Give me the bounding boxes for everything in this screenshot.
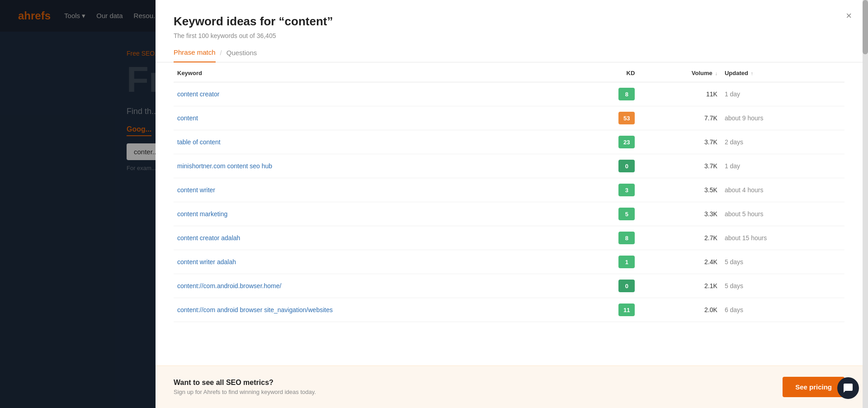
modal-header: Keyword ideas for “content” The first 10… — [156, 0, 863, 48]
table-row: content marketing53.3Kabout 5 hours — [174, 202, 844, 226]
cta-main-text: Want to see all SEO metrics? — [174, 379, 316, 387]
kd-cell: 11 — [580, 298, 639, 322]
kd-cell: 5 — [580, 202, 639, 226]
keyword-cell[interactable]: content creator — [174, 82, 580, 106]
volume-cell: 3.7K — [638, 130, 721, 154]
modal-title: Keyword ideas for “content” — [174, 14, 844, 28]
scrollbar-thumb[interactable] — [863, 0, 868, 54]
kd-cell: 3 — [580, 178, 639, 202]
volume-cell: 7.7K — [638, 106, 721, 130]
updated-sort-icon: ↑ — [751, 71, 754, 76]
kd-cell: 0 — [580, 274, 639, 298]
keyword-cell[interactable]: table of content — [174, 130, 580, 154]
tabs-container: Phrase match / Questions — [156, 48, 863, 62]
see-pricing-button[interactable]: See pricing — [783, 377, 844, 397]
table-header: Keyword KD Volume ↓ Updated ↑ — [174, 62, 844, 82]
tab-separator: / — [220, 49, 222, 62]
table-row: content writer adalah12.4K5 days — [174, 250, 844, 274]
cta-sub-text: Sign up for Ahrefs to find winning keywo… — [174, 389, 316, 395]
table-container[interactable]: Keyword KD Volume ↓ Updated ↑ content cr… — [156, 62, 863, 365]
keyword-cell[interactable]: content — [174, 106, 580, 130]
table-row: content537.7Kabout 9 hours — [174, 106, 844, 130]
volume-cell: 3.5K — [638, 178, 721, 202]
volume-sort-icon: ↓ — [715, 71, 717, 76]
keyword-cell[interactable]: content marketing — [174, 202, 580, 226]
close-button[interactable]: × — [846, 11, 852, 21]
table-row: content creator811K1 day — [174, 82, 844, 106]
keyword-cell[interactable]: content creator adalah — [174, 226, 580, 250]
updated-cell: about 15 hours — [721, 226, 844, 250]
updated-cell: about 4 hours — [721, 178, 844, 202]
col-kd[interactable]: KD — [580, 62, 639, 82]
keyword-cell[interactable]: minishortner.com content seo hub — [174, 154, 580, 178]
keyword-cell[interactable]: content writer adalah — [174, 250, 580, 274]
kd-cell: 1 — [580, 250, 639, 274]
table-row: content creator adalah82.7Kabout 15 hour… — [174, 226, 844, 250]
tab-questions[interactable]: Questions — [226, 49, 257, 62]
volume-cell: 3.3K — [638, 202, 721, 226]
keyword-cell[interactable]: content writer — [174, 178, 580, 202]
kd-cell: 8 — [580, 82, 639, 106]
col-updated[interactable]: Updated ↑ — [721, 62, 844, 82]
updated-cell: about 9 hours — [721, 106, 844, 130]
kd-cell: 53 — [580, 106, 639, 130]
kd-cell: 0 — [580, 154, 639, 178]
keyword-table: Keyword KD Volume ↓ Updated ↑ content cr… — [174, 62, 844, 322]
updated-cell: 2 days — [721, 130, 844, 154]
updated-cell: 5 days — [721, 250, 844, 274]
cta-footer: Want to see all SEO metrics? Sign up for… — [156, 365, 863, 408]
table-row: content writer33.5Kabout 4 hours — [174, 178, 844, 202]
volume-cell: 2.4K — [638, 250, 721, 274]
updated-cell: about 5 hours — [721, 202, 844, 226]
chat-icon — [843, 383, 854, 394]
updated-cell: 6 days — [721, 298, 844, 322]
chat-widget[interactable] — [837, 377, 859, 399]
keyword-ideas-modal: × Keyword ideas for “content” The first … — [156, 0, 863, 408]
kd-cell: 23 — [580, 130, 639, 154]
updated-cell: 5 days — [721, 274, 844, 298]
col-volume[interactable]: Volume ↓ — [638, 62, 721, 82]
table-row: table of content233.7K2 days — [174, 130, 844, 154]
table-row: minishortner.com content seo hub03.7K1 d… — [174, 154, 844, 178]
updated-cell: 1 day — [721, 82, 844, 106]
volume-cell: 2.0K — [638, 298, 721, 322]
volume-cell: 2.7K — [638, 226, 721, 250]
volume-cell: 11K — [638, 82, 721, 106]
volume-cell: 3.7K — [638, 154, 721, 178]
scrollbar-track[interactable] — [863, 0, 868, 408]
tab-phrase-match[interactable]: Phrase match — [174, 48, 216, 62]
modal-subtitle: The first 100 keywords out of 36,405 — [174, 32, 844, 39]
keyword-cell[interactable]: content://com.android.browser.home/ — [174, 274, 580, 298]
volume-cell: 2.1K — [638, 274, 721, 298]
table-row: content://com android browser site_navig… — [174, 298, 844, 322]
kd-cell: 8 — [580, 226, 639, 250]
cta-text-block: Want to see all SEO metrics? Sign up for… — [174, 379, 316, 395]
table-row: content://com.android.browser.home/02.1K… — [174, 274, 844, 298]
table-body: content creator811K1 daycontent537.7Kabo… — [174, 82, 844, 322]
updated-cell: 1 day — [721, 154, 844, 178]
keyword-cell[interactable]: content://com android browser site_navig… — [174, 298, 580, 322]
col-keyword[interactable]: Keyword — [174, 62, 580, 82]
